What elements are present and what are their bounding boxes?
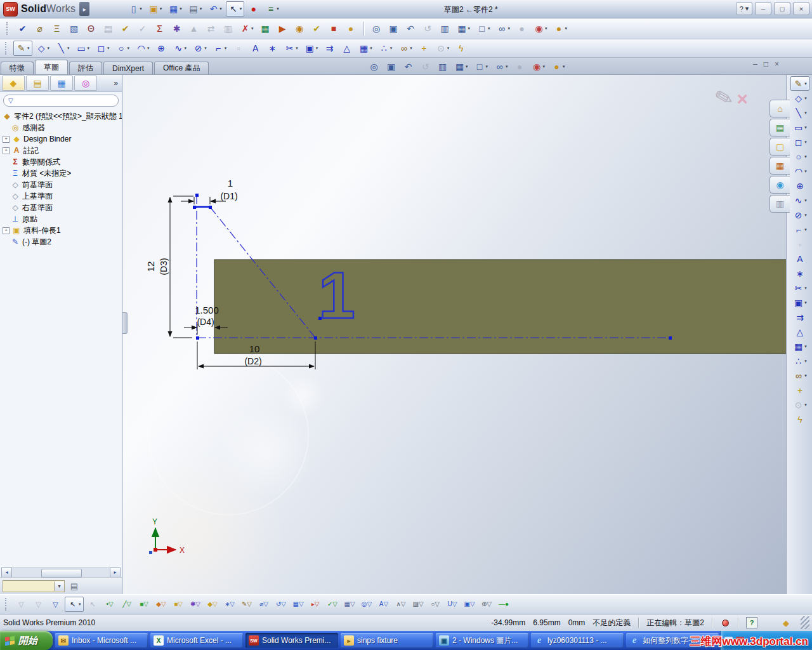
- statistics-icon[interactable]: ▤: [100, 21, 116, 36]
- filter-patterns-icon[interactable]: ▦▽: [291, 597, 306, 612]
- render-dropdown[interactable]: ▾: [565, 26, 568, 31]
- filter-welds-icon[interactable]: ∧▽: [393, 597, 409, 612]
- rectangle-dropdown[interactable]: ▾: [804, 125, 807, 130]
- filter-sketches-icon[interactable]: ✎▽: [239, 597, 255, 612]
- circle-icon[interactable]: ○▾: [114, 41, 133, 56]
- spell-checker-icon[interactable]: ✔: [15, 21, 30, 36]
- dim-d4-value[interactable]: 1.500: [195, 305, 219, 315]
- new-document-dropdown[interactable]: ▾: [140, 6, 142, 11]
- apply-scene-dropdown[interactable]: ▾: [545, 26, 547, 31]
- instant-2d-icon[interactable]: ⊙▾: [790, 397, 809, 412]
- section-view-icon[interactable]: ▥: [435, 59, 450, 74]
- restore-button[interactable]: □: [774, 2, 790, 15]
- filter-datums-icon[interactable]: ▸▽: [308, 597, 324, 612]
- sketch-dropdown[interactable]: ▾: [27, 46, 30, 51]
- rebuild-indicator-icon[interactable]: [720, 618, 730, 628]
- convert-entities-icon[interactable]: ▣▾: [790, 295, 809, 310]
- select-arrow-dropdown[interactable]: ▾: [240, 6, 242, 11]
- options-icon[interactable]: ≡▾: [263, 1, 282, 17]
- filter-axes-icon[interactable]: ◆▽: [205, 597, 221, 612]
- render-icon[interactable]: ●▾: [549, 59, 568, 74]
- tab-features[interactable]: 特徵: [1, 62, 34, 74]
- filter-annotations-icon[interactable]: A▽: [376, 597, 392, 612]
- filter-blocks-icon[interactable]: ▣▽: [462, 597, 478, 612]
- design-table-icon[interactable]: ▦: [258, 21, 273, 36]
- filter-edges-icon[interactable]: ╱▽: [119, 597, 135, 612]
- file-explorer-icon[interactable]: ▢: [769, 138, 790, 156]
- hide-show-items-icon[interactable]: ∞▾: [494, 21, 513, 36]
- appearances-scenes-icon[interactable]: ◉: [769, 176, 790, 194]
- close-button[interactable]: ×: [793, 2, 809, 15]
- rotate-view-icon[interactable]: ↺: [417, 59, 433, 74]
- select-arrow-icon[interactable]: ↖▾: [226, 1, 245, 17]
- print-icon[interactable]: ▤▾: [186, 1, 205, 17]
- tab-evaluate[interactable]: 評估: [69, 62, 102, 74]
- toolbar-grip[interactable]: [5, 42, 9, 55]
- expand-toggle[interactable]: +: [3, 227, 10, 234]
- selection-box-icon[interactable]: ▫: [792, 237, 808, 251]
- spline-icon[interactable]: ∿▾: [790, 193, 809, 208]
- tab-office-products[interactable]: Office 產品: [154, 62, 209, 74]
- circle-icon[interactable]: ○▾: [790, 149, 809, 164]
- dim-d3-name[interactable]: (D3): [159, 258, 169, 275]
- linear-sketch-pattern-dropdown[interactable]: ▾: [370, 46, 372, 51]
- filter-relations-icon[interactable]: ✓▽: [325, 597, 341, 612]
- zoom-to-area-icon[interactable]: ▣: [383, 59, 399, 74]
- tree-item-design-binder[interactable]: + ◆ Design Binder: [2, 133, 122, 145]
- sketch-text-entity[interactable]: 1: [318, 258, 355, 332]
- tree-item-origin[interactable]: ⊥ 原點: [2, 213, 122, 225]
- doc-close-button[interactable]: ×: [775, 60, 779, 69]
- undo-dropdown[interactable]: ▾: [219, 6, 222, 11]
- open-document-dropdown[interactable]: ▾: [160, 6, 162, 11]
- tags-icon[interactable]: ◆: [783, 618, 789, 628]
- render-icon[interactable]: ●▾: [551, 21, 570, 36]
- dim-d1-value[interactable]: 1: [228, 178, 233, 189]
- rapid-sketch-icon[interactable]: ϟ: [792, 412, 808, 427]
- display-relations-dropdown[interactable]: ▾: [410, 46, 412, 51]
- instant-2d-dropdown[interactable]: ▾: [447, 46, 450, 51]
- line-icon[interactable]: ╲▾: [53, 41, 72, 56]
- hide-show-items-dropdown[interactable]: ▾: [506, 64, 508, 69]
- filter-toggle-icon[interactable]: ▽: [48, 597, 63, 612]
- filter-faces-icon[interactable]: ■▽: [136, 597, 152, 612]
- rapid-sketch-icon[interactable]: ϟ: [453, 41, 469, 56]
- linear-sketch-pattern-icon[interactable]: ▦▾: [790, 339, 809, 354]
- display-style-icon[interactable]: □▾: [474, 21, 493, 36]
- display-style-dropdown[interactable]: ▾: [488, 26, 490, 31]
- options-dropdown[interactable]: ▾: [277, 6, 279, 11]
- taskbar-button-outlook[interactable]: ✉ Inbox - Microsoft ...: [55, 633, 148, 648]
- expand-toggle[interactable]: +: [3, 147, 10, 154]
- ellipse-icon[interactable]: ⊘▾: [190, 41, 209, 56]
- move-entities-icon[interactable]: ∴▾: [790, 354, 809, 368]
- tree-item-root[interactable]: ◆ 零件2 (預設<<預設>_顯示狀態 1: [2, 110, 122, 122]
- filter-hatch-icon[interactable]: ▨▽: [410, 597, 426, 612]
- slot-dropdown[interactable]: ▾: [804, 140, 807, 145]
- filter-magnify-notes-icon[interactable]: ◎▽: [359, 597, 375, 612]
- point-icon[interactable]: ∗: [265, 41, 280, 56]
- smart-dimension-dropdown[interactable]: ▾: [48, 46, 50, 51]
- rectangle-dropdown[interactable]: ▾: [88, 46, 90, 51]
- tree-filter-input[interactable]: [16, 96, 114, 105]
- repair-sketch-icon[interactable]: +: [416, 41, 432, 56]
- panel-expand-chevron[interactable]: »: [114, 79, 121, 88]
- hide-show-items-icon[interactable]: ∞▾: [492, 59, 511, 74]
- tree-item-equations[interactable]: Σ 數學關係式: [2, 156, 122, 168]
- text-icon[interactable]: A: [792, 251, 808, 266]
- smart-dimension-dropdown[interactable]: ▾: [804, 96, 807, 101]
- circle-dropdown[interactable]: ▾: [128, 46, 130, 51]
- text-icon[interactable]: A: [247, 41, 263, 56]
- filter-clear-all-icon[interactable]: ▽: [30, 597, 46, 612]
- save-dropdown[interactable]: ▾: [180, 6, 182, 11]
- view-orientation-dropdown[interactable]: ▾: [468, 26, 471, 31]
- layers-icon[interactable]: ▤: [67, 580, 81, 592]
- line-dropdown[interactable]: ▾: [67, 46, 70, 51]
- zoom-to-fit-icon[interactable]: ◎: [366, 59, 382, 74]
- tray-icon[interactable]: [736, 637, 744, 645]
- taskbar-button-ie-2[interactable]: e 如何整列数字-...: [626, 633, 719, 648]
- slot-icon[interactable]: ◻▾: [790, 135, 809, 149]
- point-icon[interactable]: ∗: [792, 266, 808, 281]
- dim-d1-name[interactable]: (D1): [220, 191, 237, 201]
- tree-item-right-plane[interactable]: ◇ 右基準面: [2, 202, 122, 213]
- sketch-fillet-icon[interactable]: ⌐▾: [211, 41, 230, 56]
- select-other-icon[interactable]: ↖: [85, 597, 101, 612]
